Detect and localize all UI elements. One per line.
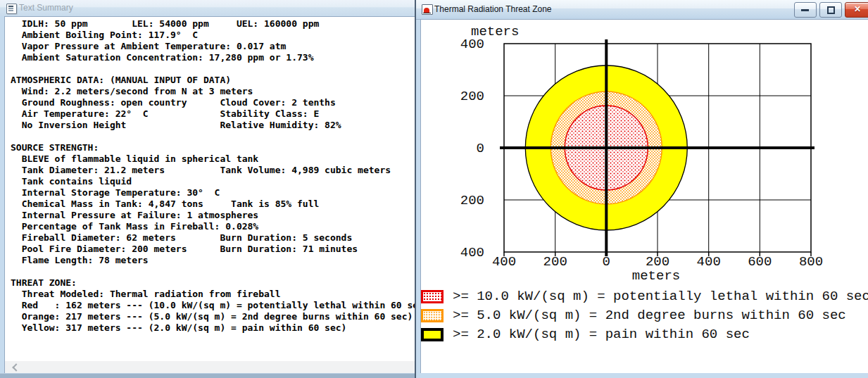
text-summary-content: IDLH: 50 ppm LEL: 54000 ppm UEL: 160000 … <box>4 16 415 362</box>
legend-swatch-yellow <box>421 328 444 341</box>
close-button[interactable]: ✕ <box>845 2 868 18</box>
legend-label-red: >= 10.0 kW/(sq m) = potentially lethal w… <box>453 290 868 303</box>
scroll-left-button[interactable] <box>5 361 25 373</box>
legend-label-orange: >= 5.0 kW/(sq m) = 2nd degree burns with… <box>453 309 846 322</box>
restore-icon <box>827 6 835 14</box>
minimize-button[interactable] <box>794 2 817 18</box>
minimize-icon <box>801 9 809 11</box>
chevron-left-icon <box>12 363 20 371</box>
threat-zone-window-title: Thermal Radiation Threat Zone <box>434 0 552 18</box>
threat-zone-legend: >= 10.0 kW/(sq m) = potentially lethal w… <box>421 290 868 347</box>
legend-label-yellow: >= 2.0 kW/(sq m) = pain within 60 sec <box>453 328 750 341</box>
text-summary-window: Text Summary IDLH: 50 ppm LEL: 54000 ppm… <box>0 0 415 378</box>
legend-swatch-red <box>421 290 444 303</box>
close-icon: ✕ <box>845 3 868 17</box>
legend-row-red: >= 10.0 kW/(sq m) = potentially lethal w… <box>421 290 868 303</box>
window-bottom-border <box>0 373 415 378</box>
window-buttons: ✕ <box>794 2 868 18</box>
legend-row-yellow: >= 2.0 kW/(sq m) = pain within 60 sec <box>421 328 868 341</box>
restore-button[interactable] <box>819 2 842 18</box>
text-document-icon <box>6 4 17 14</box>
text-summary-window-title: Text Summary <box>19 0 73 16</box>
text-summary-titlebar[interactable]: Text Summary <box>0 0 415 16</box>
legend-row-orange: >= 5.0 kW/(sq m) = 2nd degree burns with… <box>421 309 868 322</box>
threat-zone-chart-icon <box>422 4 433 15</box>
summary-text: IDLH: 50 ppm LEL: 54000 ppm UEL: 160000 … <box>5 17 415 334</box>
horizontal-scrollbar[interactable] <box>4 361 415 373</box>
legend-swatch-orange <box>421 309 444 322</box>
threat-zone-titlebar[interactable]: Thermal Radiation Threat Zone ✕ <box>416 0 868 20</box>
threat-zone-window: Thermal Radiation Threat Zone ✕ <box>415 0 868 378</box>
